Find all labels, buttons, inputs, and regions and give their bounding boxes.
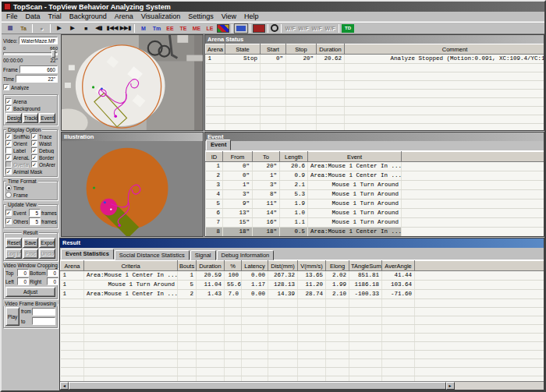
table-row[interactable]	[206, 72, 545, 81]
radio-time[interactable]	[5, 185, 12, 191]
analysis-le-icon[interactable]: LE	[204, 23, 216, 34]
column-header-to[interactable]: To	[253, 152, 280, 162]
tab-event-statistics[interactable]: Event Statistics	[61, 249, 114, 260]
column-header-latency[interactable]: Latency	[242, 261, 268, 271]
checkbox-animal-mask[interactable]: ✓	[5, 168, 12, 175]
scroll-left-arrow[interactable]: ◄	[60, 382, 69, 390]
table-row[interactable]	[61, 299, 544, 308]
checkbox-border[interactable]: ✓	[31, 154, 37, 161]
table-row[interactable]	[206, 64, 545, 72]
table-row[interactable]: 31"3"2.1Mouse 1 Turn Around	[206, 181, 544, 190]
menu-background[interactable]: Background	[66, 12, 111, 20]
menu-data[interactable]: Data	[22, 12, 44, 20]
design-button[interactable]: Design	[5, 113, 22, 123]
tab-social-distance-statistics[interactable]: Social Distance Statistics	[115, 250, 190, 260]
menu-view[interactable]: View	[218, 12, 240, 20]
analysis-te-icon[interactable]: TE	[177, 23, 190, 34]
checkbox-waist[interactable]: ✓	[31, 140, 37, 147]
checkbox-analyze[interactable]: ✓	[3, 84, 9, 90]
tab-event[interactable]: Event	[206, 139, 231, 150]
table-row[interactable]: 43"8"5.3Mouse 1 Turn Around	[206, 190, 544, 200]
column-header-bouts[interactable]: Bouts	[178, 261, 197, 271]
crop-left-field[interactable]	[17, 277, 29, 285]
column-header-stop[interactable]: Stop	[286, 44, 317, 55]
video-window-icon[interactable]	[235, 24, 247, 33]
menu-visualization[interactable]: Visualization	[137, 12, 184, 20]
menu-settings[interactable]: Settings	[184, 12, 218, 20]
column-header-v-mm-s[interactable]: V(mm/s)	[298, 261, 326, 271]
column-header-event[interactable]: Event	[308, 152, 402, 162]
crop-right-field[interactable]	[47, 277, 58, 285]
checkbox-orient[interactable]: ✓	[5, 140, 12, 147]
event-button[interactable]: Event	[39, 113, 55, 123]
checkbox-others[interactable]: ✓	[5, 218, 12, 224]
time-field[interactable]	[16, 75, 58, 83]
analysis-ee-icon[interactable]: EE	[164, 23, 176, 34]
column-header-duration[interactable]: Duration	[317, 44, 345, 55]
table-row[interactable]	[61, 308, 544, 316]
column-header-duration[interactable]: Duration	[197, 261, 225, 271]
checkbox-background[interactable]: ✓	[5, 105, 12, 111]
checkbox-arenalab[interactable]: ✓	[5, 154, 12, 161]
tab-debug-information[interactable]: Debug Information	[217, 250, 275, 260]
radio-frame[interactable]	[5, 192, 12, 198]
column-header-dist-mm[interactable]: Dist(mm)	[268, 261, 298, 271]
menu-file[interactable]: File	[2, 12, 22, 20]
table-row[interactable]: 1Area:Mouse 1 Center In ...120.591000.00…	[61, 271, 544, 281]
column-header-[interactable]: %	[225, 261, 242, 271]
checkbox-trace[interactable]: ✓	[31, 133, 37, 139]
arena-window-icon[interactable]	[253, 24, 265, 33]
seek-start-icon[interactable]: ▮◀◀	[106, 23, 119, 34]
checkbox-event[interactable]: ✓	[5, 210, 12, 216]
table-row[interactable]: 613"14"1.0Mouse 1 Turn Around	[206, 209, 544, 218]
analysis-m-icon[interactable]: M	[137, 23, 150, 34]
table-row[interactable]: 20"1"0.9Area:Mouse 1 Center In ...	[206, 171, 544, 181]
column-header-arena[interactable]: Arena	[206, 44, 225, 55]
palette-icon[interactable]	[217, 24, 229, 33]
table-row[interactable]: 10"20"20.6Area:Mouse 1 Center In ...	[206, 162, 544, 171]
play-all-icon[interactable]: ▶	[66, 23, 79, 34]
frame-slider[interactable]	[3, 52, 58, 55]
reset-button[interactable]: Reset	[5, 238, 22, 248]
table-row[interactable]	[206, 81, 545, 90]
settings-ring-icon[interactable]	[271, 24, 278, 32]
step-back-icon[interactable]: ◀▮	[93, 23, 105, 34]
column-header-id[interactable]: ID	[206, 152, 223, 162]
table-row[interactable]	[61, 316, 544, 325]
video-file-field[interactable]	[19, 37, 58, 44]
table-row[interactable]: 59"11"1.9Mouse 1 Turn Around	[206, 200, 544, 209]
tab-signal[interactable]: Signal	[190, 250, 216, 260]
crop-bottom-field[interactable]	[47, 269, 58, 277]
scroll-right-arrow[interactable]: ►	[446, 382, 455, 390]
column-header-tanglesum[interactable]: TAngleSum	[349, 261, 382, 271]
table-row[interactable]	[206, 124, 545, 132]
table-row[interactable]	[206, 90, 545, 98]
update-event-frames-field[interactable]	[29, 209, 41, 217]
adjust-button[interactable]: Adjust	[5, 287, 55, 297]
column-header-from[interactable]: From	[223, 152, 253, 162]
from-field[interactable]	[32, 308, 55, 316]
export-data-icon[interactable]: TD	[342, 24, 354, 33]
table-row[interactable]: 1Stop0"20"20.62Analyze Stopped (Motion:0…	[206, 55, 545, 64]
update-event-check[interactable]: ✓Event	[5, 210, 28, 216]
table-row[interactable]	[61, 359, 544, 368]
table-row[interactable]: 1Area:Mouse 1 Center In ...21.437.00.001…	[61, 290, 544, 299]
checkbox-sniffnose[interactable]: ✓	[5, 133, 12, 139]
export-button[interactable]: Export	[39, 238, 55, 248]
table-row[interactable]	[61, 368, 544, 376]
column-header-elong[interactable]: Elong	[326, 261, 349, 271]
play-button[interactable]: Play	[5, 307, 20, 326]
stop-icon[interactable]: ■	[80, 23, 92, 34]
table-row[interactable]: 1Mouse 1 Turn Around511.0455.61.17128.13…	[61, 281, 544, 290]
table-row[interactable]	[61, 325, 544, 334]
play-icon[interactable]: ▶	[53, 23, 66, 34]
analysis-me-icon[interactable]: ME	[190, 23, 203, 34]
menu-help[interactable]: Help	[240, 12, 263, 20]
column-header-comment[interactable]: Comment	[345, 44, 545, 55]
table-row[interactable]	[61, 342, 544, 351]
analyze-checkbox-row[interactable]: ✓Analyze	[3, 84, 58, 90]
column-header-length[interactable]: Length	[280, 152, 308, 162]
column-header-state[interactable]: State	[225, 44, 261, 55]
update-others-frames-field[interactable]	[29, 217, 41, 225]
capture-icon[interactable]: Ta	[17, 23, 30, 34]
